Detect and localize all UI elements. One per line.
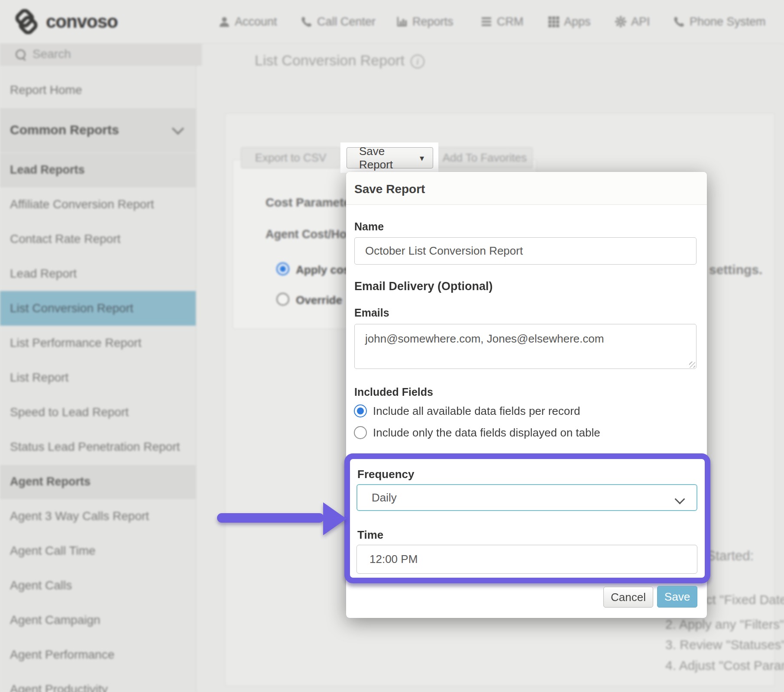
sidebar: Report HomeCommon ReportsLead ReportsAff…	[0, 43, 196, 692]
nav-item-call-center[interactable]: Call Center	[301, 0, 376, 43]
nav-item-reports[interactable]: Reports	[396, 0, 454, 43]
nav-item-label: Call Center	[317, 15, 376, 29]
sidebar-item-speed-to-lead-report[interactable]: Speed to Lead Report	[0, 395, 196, 430]
sidebar-item-report-home[interactable]: Report Home	[0, 73, 196, 107]
sidebar-item-lead-report[interactable]: Lead Report	[0, 256, 196, 291]
sidebar-item-list-performance-report[interactable]: List Performance Report	[0, 326, 196, 360]
sidebar-item-label: List Conversion Report	[10, 301, 133, 315]
emails-textarea[interactable]: john@somewhere.com, Jones@elsewhere.com	[354, 324, 697, 369]
sidebar-item-agent-calls[interactable]: Agent Calls	[0, 568, 196, 603]
name-label: Name	[354, 220, 384, 233]
sidebar-item-label: Status Lead Penetration Report	[10, 440, 180, 454]
report-name-input[interactable]: October List Conversion Report	[354, 237, 697, 265]
time-label: Time	[357, 528, 383, 542]
included-fields-label: Included Fields	[354, 386, 433, 398]
person-icon	[219, 16, 230, 27]
sidebar-item-agent-reports[interactable]: Agent Reports	[0, 464, 196, 499]
sidebar-item-agent-campaign[interactable]: Agent Campaign	[0, 603, 196, 637]
nav-item-phone-system[interactable]: Phone System	[674, 0, 766, 43]
add-to-favorites-button[interactable]: Add To Favorites	[437, 147, 533, 168]
info-icon[interactable]: i	[411, 55, 424, 68]
getting-started-step-2: 2. Apply any "Filters"	[665, 617, 784, 632]
override-radio[interactable]	[276, 293, 289, 306]
sidebar-item-label: Agent Reports	[10, 475, 91, 488]
time-value: 12:00 PM	[369, 553, 418, 566]
nav-item-apps[interactable]: Apps	[548, 0, 591, 43]
sidebar-items: Report HomeCommon ReportsLead ReportsAff…	[0, 73, 196, 692]
frequency-value: Daily	[372, 491, 397, 504]
save-report-button-label: Save Report	[359, 145, 420, 171]
convoso-logo-icon	[12, 9, 41, 34]
sidebar-item-list-conversion-report[interactable]: List Conversion Report	[0, 291, 196, 326]
grid-icon	[548, 16, 559, 27]
nav-item-api[interactable]: API	[615, 0, 650, 43]
sidebar-item-list-report[interactable]: List Report	[0, 360, 196, 395]
nav-item-label: Apps	[564, 15, 591, 29]
emails-value: john@somewhere.com, Jones@elsewhere.com	[365, 332, 604, 346]
modal-header: Save Report	[346, 172, 707, 205]
getting-started-step-4: 4. Adjust "Cost Parameters"	[665, 658, 784, 673]
sidebar-item-status-lead-penetration-report[interactable]: Status Lead Penetration Report	[0, 430, 196, 464]
nav-item-label: API	[631, 15, 650, 29]
sidebar-item-label: Speed to Lead Report	[10, 405, 129, 419]
sidebar-item-label: Report Home	[10, 83, 82, 97]
override-label: Override	[296, 294, 342, 307]
sidebar-item-label: Agent Campaign	[10, 613, 100, 627]
sidebar-item-agent-call-time[interactable]: Agent Call Time	[0, 534, 196, 568]
getting-started-step-3: 3. Review "Statuses"	[665, 637, 784, 652]
nav-item-label: Phone System	[690, 15, 766, 29]
sidebar-item-agent-3-way-calls-report[interactable]: Agent 3 Way Calls Report	[0, 499, 196, 534]
cancel-button[interactable]: Cancel	[603, 587, 653, 608]
export-csv-button[interactable]: Export to CSV	[241, 147, 340, 168]
sidebar-item-label: Agent Productivity	[10, 682, 108, 692]
sidebar-search[interactable]	[0, 43, 202, 65]
nav-item-label: CRM	[497, 15, 524, 29]
sidebar-item-label: Agent 3 Way Calls Report	[10, 509, 149, 523]
apply-cost-radio[interactable]	[276, 262, 289, 275]
purple-arrow	[214, 499, 352, 539]
sidebar-item-label: Affiliate Conversion Report	[10, 197, 154, 211]
sidebar-item-lead-reports[interactable]: Lead Reports	[0, 152, 196, 187]
nav-item-account[interactable]: Account	[219, 0, 277, 43]
sidebar-item-label: Agent Performance	[10, 648, 114, 662]
sidebar-item-affiliate-conversion-report[interactable]: Affiliate Conversion Report	[0, 187, 196, 222]
sidebar-item-label: List Performance Report	[10, 336, 141, 350]
chevron-down-icon	[172, 123, 184, 135]
gear-icon	[615, 16, 626, 27]
save-button[interactable]: Save	[657, 586, 697, 608]
time-input[interactable]: 12:00 PM	[356, 545, 697, 574]
search-input[interactable]	[32, 47, 163, 61]
nav-item-crm[interactable]: CRM	[481, 0, 524, 43]
nav-item-label: Account	[235, 15, 277, 29]
settings-text-fragment: settings.	[709, 262, 762, 277]
top-nav: convoso Account Call Center Reports CRM …	[0, 0, 784, 44]
page-title: List Conversion Report	[255, 52, 405, 69]
frequency-time-highlight-box: Frequency Daily Time 12:00 PM	[344, 453, 710, 583]
modal-title: Save Report	[354, 182, 425, 196]
sidebar-item-label: Lead Reports	[10, 163, 85, 177]
include-displayed-fields-radio[interactable]: Include only the data fields displayed o…	[354, 426, 600, 440]
sidebar-item-label: Agent Call Time	[10, 544, 96, 558]
search-icon	[16, 49, 26, 59]
sidebar-item-common-reports[interactable]: Common Reports	[0, 107, 196, 152]
save-report-modal: Save Report Name October List Conversion…	[346, 172, 707, 618]
convoso-logo: convoso	[12, 0, 118, 43]
radio-selected-icon	[354, 404, 367, 417]
sidebar-item-agent-productivity[interactable]: Agent Productivity	[0, 672, 196, 692]
save-report-dropdown-button[interactable]: Save Report ▾	[347, 147, 433, 168]
email-delivery-heading: Email Delivery (Optional)	[354, 280, 493, 293]
sidebar-item-agent-performance[interactable]: Agent Performance	[0, 637, 196, 672]
list-icon	[481, 16, 492, 27]
caret-down-icon: ▾	[420, 153, 424, 163]
radio-unselected-icon	[354, 426, 367, 439]
include-all-fields-radio[interactable]: Include all available data fields per re…	[354, 404, 580, 418]
frequency-select[interactable]: Daily	[356, 484, 697, 511]
sidebar-item-contact-rate-report[interactable]: Contact Rate Report	[0, 222, 196, 256]
app-screen: convoso Account Call Center Reports CRM …	[0, 0, 784, 692]
report-name-value: October List Conversion Report	[365, 244, 523, 258]
sidebar-item-label: List Report	[10, 371, 68, 385]
sidebar-item-label: Lead Report	[10, 267, 77, 281]
sidebar-item-label: Agent Calls	[10, 579, 72, 592]
nav-item-label: Reports	[412, 15, 454, 29]
chevron-down-icon	[674, 494, 685, 504]
